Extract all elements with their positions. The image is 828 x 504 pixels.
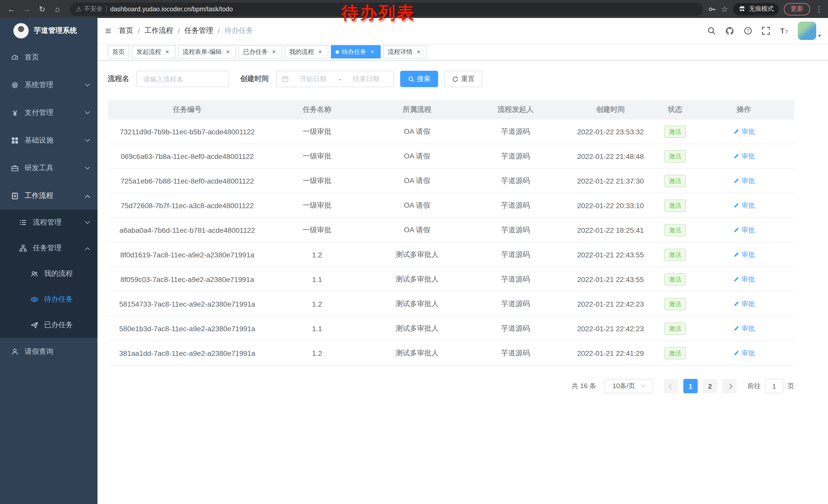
tab-my-process[interactable]: 我的流程 × (285, 45, 328, 58)
user-menu[interactable]: ▾ (798, 21, 821, 40)
bookmark-star-icon[interactable]: ☆ (721, 4, 728, 13)
breadcrumb-workflow[interactable]: 工作流程 (144, 26, 173, 35)
process-name-input[interactable] (136, 71, 229, 87)
breadcrumb-separator: / (178, 27, 180, 35)
sidebar-menu: 首页 系统管理 ¥ 支付管理 (0, 44, 97, 366)
sidebar-item-infrastructure[interactable]: 基础设施 (0, 127, 97, 154)
approve-link[interactable]: 审批 (733, 201, 755, 210)
cell-process: OA 请假 (367, 169, 467, 193)
sidebar-item-workflow[interactable]: 工作流程 (0, 182, 97, 210)
close-icon[interactable]: × (271, 48, 278, 55)
close-icon[interactable]: × (164, 48, 171, 55)
approve-link[interactable]: 审批 (733, 349, 755, 358)
breadcrumb-task-management[interactable]: 任务管理 (184, 26, 213, 35)
approve-link[interactable]: 审批 (733, 275, 755, 284)
prev-page-button[interactable] (664, 379, 678, 393)
sidebar-toggle-icon[interactable]: ≡ (97, 25, 119, 37)
process-list-icon (18, 218, 28, 227)
browser-forward-button[interactable]: → (19, 2, 34, 16)
sidebar-logo[interactable]: 芋道管理系统 (0, 18, 97, 44)
sidebar-item-done-tasks[interactable]: 已办任务 (0, 312, 97, 338)
close-icon[interactable]: × (415, 48, 422, 55)
page-size-select[interactable]: 10条/页 (604, 379, 653, 393)
cell-task-name: 1.1 (267, 316, 367, 340)
key-icon[interactable] (708, 5, 716, 13)
close-icon[interactable]: × (224, 48, 232, 55)
chevron-down-icon (85, 136, 90, 141)
approve-link[interactable]: 审批 (733, 127, 755, 136)
browser-back-button[interactable]: ← (4, 2, 18, 16)
page-button-2[interactable]: 2 (703, 379, 717, 393)
status-badge: 激活 (664, 347, 686, 359)
browser-menu-icon[interactable]: ⋮ (815, 4, 823, 13)
sidebar-item-label: 系统管理 (25, 81, 53, 90)
date-range-picker[interactable]: 开始日期 - 结束日期 (276, 71, 394, 87)
cell-task-name: 1.1 (267, 267, 367, 291)
table-row: 580e1b3d-7ac8-11ec-a9e2-a2380e71991a 1.1… (108, 316, 794, 341)
cell-task-id: 73211d9d-7b9b-11ec-b5b7-acde48001122 (108, 120, 267, 144)
next-page-button[interactable] (722, 379, 737, 393)
svg-text:?: ? (747, 29, 749, 34)
chevron-down-icon (85, 164, 90, 169)
table-row: 58154733-7ac8-11ec-a9e2-a2380e71991a 1.2… (108, 292, 794, 316)
svg-text:T: T (785, 29, 788, 34)
sidebar-item-task-management[interactable]: 任务管理 (0, 235, 97, 261)
avatar[interactable] (798, 21, 816, 40)
cell-task-name: 一级审批 (267, 144, 367, 168)
yen-icon: ¥ (10, 108, 19, 117)
tab-todo-tasks[interactable]: 待办任务 × (331, 45, 381, 58)
approve-link[interactable]: 审批 (733, 176, 755, 185)
tab-label: 待办任务 (342, 47, 366, 56)
github-icon[interactable] (725, 26, 735, 36)
help-icon[interactable]: ? (743, 26, 753, 35)
sidebar-item-home[interactable]: 首页 (0, 44, 97, 71)
cell-initiator: 芋道源码 (467, 341, 564, 365)
sidebar-item-devtools[interactable]: 研发工具 (0, 154, 97, 182)
search-icon[interactable] (707, 26, 716, 35)
search-button[interactable]: 搜索 (400, 71, 438, 87)
close-icon[interactable]: × (369, 48, 376, 55)
sidebar-item-leave-query[interactable]: 请假查询 (0, 338, 97, 366)
page-button-1[interactable]: 1 (683, 379, 698, 393)
tab-process-detail[interactable]: 流程详情 × (383, 45, 427, 58)
approve-link[interactable]: 审批 (733, 324, 755, 333)
goto-page-input[interactable] (765, 379, 783, 393)
tab-home[interactable]: 首页 (108, 45, 129, 58)
breadcrumb-home[interactable]: 首页 (119, 26, 133, 35)
sidebar-item-payment[interactable]: ¥ 支付管理 (0, 99, 97, 127)
process-name-label: 流程名 (108, 74, 129, 84)
screen: ← → ↻ ⌂ ⚠ 不安全 dashboard.yudao.iocoder.cn… (0, 0, 828, 504)
approve-link[interactable]: 审批 (733, 225, 755, 235)
tab-process-form-edit[interactable]: 流程表单-编辑 × (178, 45, 236, 58)
sidebar-item-todo-tasks[interactable]: 待办任务 (0, 287, 97, 312)
status-badge: 激活 (664, 224, 686, 236)
sidebar-item-process-management[interactable]: 流程管理 (0, 210, 97, 235)
tab-initiate-process[interactable]: 发起流程 × (132, 45, 175, 58)
reset-button[interactable]: 重置 (444, 71, 482, 87)
cell-initiator: 芋道源码 (467, 218, 564, 242)
close-icon[interactable]: × (317, 48, 324, 55)
chevron-down-icon (85, 81, 90, 86)
workflow-submenu: 流程管理 任务管理 我的流程 (0, 210, 97, 338)
tab-done-tasks[interactable]: 已办任务 × (239, 45, 282, 58)
cell-initiator: 芋道源码 (467, 292, 564, 316)
browser-reload-button[interactable]: ↻ (35, 2, 49, 16)
approve-link[interactable]: 审批 (733, 299, 755, 308)
sidebar-item-label: 工作流程 (25, 191, 53, 200)
font-size-icon[interactable]: TT (779, 26, 789, 35)
tab-label: 我的流程 (289, 47, 314, 56)
approve-link[interactable]: 审批 (733, 250, 755, 259)
security-status[interactable]: ⚠ 不安全 (76, 5, 102, 13)
fullscreen-icon[interactable] (761, 26, 771, 35)
browser-home-button[interactable]: ⌂ (50, 2, 65, 16)
cell-created-time: 2022-01-22 21:37:30 (564, 169, 657, 193)
cell-task-name: 一级审批 (267, 169, 367, 193)
update-button[interactable]: 更新 (784, 3, 810, 15)
approve-link[interactable]: 审批 (733, 151, 755, 161)
logo-image (13, 23, 29, 39)
address-bar[interactable]: ⚠ 不安全 dashboard.yudao.iocoder.cn/bpm/tas… (70, 2, 703, 16)
page-unit-label: 页 (787, 381, 794, 391)
table-row: 381aa1dd-7ac8-11ec-a9e2-a2380e71991a 1.2… (108, 341, 794, 366)
sidebar-item-system[interactable]: 系统管理 (0, 71, 97, 99)
sidebar-item-my-process[interactable]: 我的流程 (0, 261, 97, 287)
